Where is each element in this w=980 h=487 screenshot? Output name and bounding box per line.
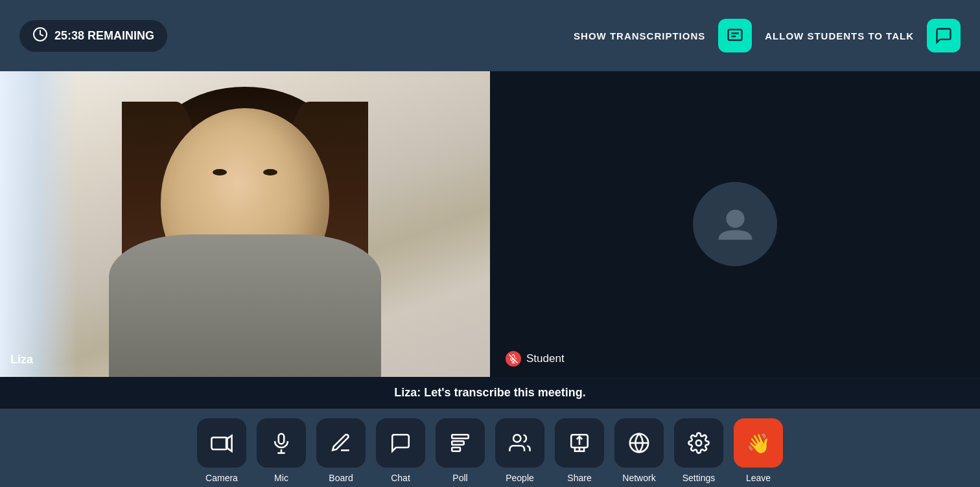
svg-point-24 xyxy=(696,440,702,446)
eye-left xyxy=(213,169,227,176)
svg-rect-14 xyxy=(452,435,469,438)
settings-label: Settings xyxy=(682,473,716,483)
left-participant-label: Liza xyxy=(10,353,33,367)
chat-icon-wrap xyxy=(376,418,425,468)
right-participant-name: Student xyxy=(526,352,565,365)
chat-label: Chat xyxy=(391,473,410,483)
window-light xyxy=(0,71,78,377)
svg-rect-1 xyxy=(729,30,742,40)
poll-button[interactable]: Poll xyxy=(436,418,485,483)
muted-icon xyxy=(506,351,521,367)
timer-text: 25:38 REMAINING xyxy=(54,29,154,43)
topbar-right: SHOW TRANSCRIPTIONS ALLOW STUDENTS TO TA… xyxy=(574,19,961,52)
people-label: People xyxy=(506,473,534,483)
svg-point-18 xyxy=(513,435,520,442)
network-label: Network xyxy=(622,473,655,483)
camera-label: Camera xyxy=(205,473,238,483)
svg-rect-11 xyxy=(279,434,285,444)
settings-button[interactable]: Settings xyxy=(674,418,723,483)
leave-button[interactable]: 👋 Leave xyxy=(734,418,783,483)
student-avatar xyxy=(693,182,777,266)
hand-icon: 👋 xyxy=(747,432,771,455)
top-bar: 25:38 REMAINING SHOW TRANSCRIPTIONS ALLO… xyxy=(0,0,980,71)
mic-button[interactable]: Mic xyxy=(257,418,306,483)
network-icon-wrap xyxy=(614,418,664,468)
allow-students-button[interactable]: ALLOW STUDENTS TO TALK xyxy=(765,30,914,41)
share-label: Share xyxy=(567,473,591,483)
svg-rect-15 xyxy=(452,441,463,445)
poll-icon-wrap xyxy=(436,418,485,468)
poll-label: Poll xyxy=(452,473,467,483)
left-video-panel: Liza xyxy=(0,71,490,377)
share-icon-wrap xyxy=(555,418,604,468)
svg-rect-9 xyxy=(211,438,227,449)
people-button[interactable]: People xyxy=(495,418,544,483)
eye-right xyxy=(263,169,277,176)
leave-label: Leave xyxy=(746,473,771,483)
right-video-panel: Student xyxy=(490,71,980,377)
settings-icon-wrap xyxy=(674,418,723,468)
network-button[interactable]: Network xyxy=(614,418,664,483)
show-transcriptions-button[interactable]: SHOW TRANSCRIPTIONS xyxy=(574,30,705,41)
transcription-text: Liza: Let's transcribe this meeting. xyxy=(394,386,585,399)
chat-button[interactable]: Chat xyxy=(376,418,425,483)
board-label: Board xyxy=(329,473,353,483)
transcription-icon-button[interactable] xyxy=(718,19,752,52)
clock-icon xyxy=(32,27,48,45)
camera-icon-wrap xyxy=(197,418,246,468)
chat-bubble-icon-button[interactable] xyxy=(927,19,961,52)
bottom-toolbar: Camera Mic Board Chat xyxy=(0,409,980,487)
svg-point-5 xyxy=(726,209,744,227)
timer-badge: 25:38 REMAINING xyxy=(19,20,167,52)
transcription-bar: Liza: Let's transcribe this meeting. xyxy=(0,377,980,409)
mic-icon-wrap xyxy=(257,418,306,468)
mic-label: Mic xyxy=(274,473,288,483)
video-canvas xyxy=(0,71,490,377)
camera-button[interactable]: Camera xyxy=(197,418,246,483)
video-area: Liza Student xyxy=(0,71,980,377)
people-icon-wrap xyxy=(495,418,544,468)
person-body xyxy=(109,234,381,377)
share-button[interactable]: Share xyxy=(555,418,604,483)
right-participant-label: Student xyxy=(506,351,565,367)
svg-rect-16 xyxy=(452,447,460,451)
board-button[interactable]: Board xyxy=(316,418,366,483)
board-icon-wrap xyxy=(316,418,366,468)
leave-icon-wrap: 👋 xyxy=(734,418,783,468)
